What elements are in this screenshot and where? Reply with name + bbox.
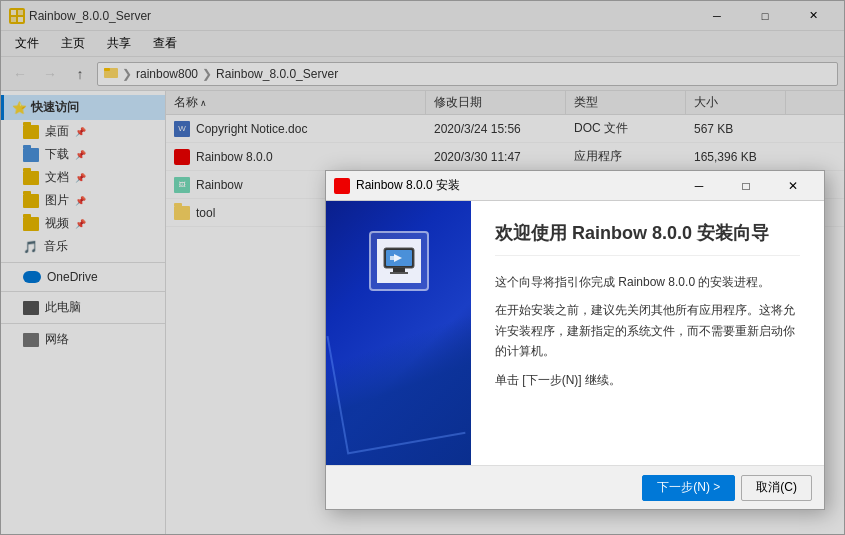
dialog-logo xyxy=(369,231,429,291)
dialog-body: 欢迎使用 Rainbow 8.0.0 安装向导 这个向导将指引你完成 Rainb… xyxy=(326,201,824,465)
dialog-logo-icon xyxy=(377,239,421,283)
dialog-title-controls: ─ □ ✕ xyxy=(676,173,816,199)
svg-rect-8 xyxy=(393,268,405,272)
dialog-minimize-button[interactable]: ─ xyxy=(676,173,722,199)
dialog-body-line-1: 这个向导将指引你完成 Rainbow 8.0.0 的安装进程。 xyxy=(495,272,800,292)
dialog-title-icon: ✿ xyxy=(334,178,350,194)
svg-rect-11 xyxy=(390,256,394,260)
dialog-maximize-button[interactable]: □ xyxy=(723,173,769,199)
dialog-heading: 欢迎使用 Rainbow 8.0.0 安装向导 xyxy=(495,221,800,256)
cancel-button[interactable]: 取消(C) xyxy=(741,475,812,501)
dialog-close-button[interactable]: ✕ xyxy=(770,173,816,199)
modal-overlay: ✿ Rainbow 8.0.0 安装 ─ □ ✕ xyxy=(0,0,845,535)
dialog-title-bar: ✿ Rainbow 8.0.0 安装 ─ □ ✕ xyxy=(326,171,824,201)
dialog-left-panel xyxy=(326,201,471,465)
panel-lines xyxy=(326,315,465,454)
svg-rect-9 xyxy=(390,272,408,274)
dialog-body-line-3: 单击 [下一步(N)] 继续。 xyxy=(495,370,800,390)
install-dialog: ✿ Rainbow 8.0.0 安装 ─ □ ✕ xyxy=(325,170,825,510)
dialog-body-line-2: 在开始安装之前，建议先关闭其他所有应用程序。这将允许安装程序，建新指定的系统文件… xyxy=(495,300,800,361)
dialog-title: Rainbow 8.0.0 安装 xyxy=(356,177,670,194)
next-button[interactable]: 下一步(N) > xyxy=(642,475,735,501)
dialog-right-panel: 欢迎使用 Rainbow 8.0.0 安装向导 这个向导将指引你完成 Rainb… xyxy=(471,201,824,465)
dialog-footer: 下一步(N) > 取消(C) xyxy=(326,465,824,509)
